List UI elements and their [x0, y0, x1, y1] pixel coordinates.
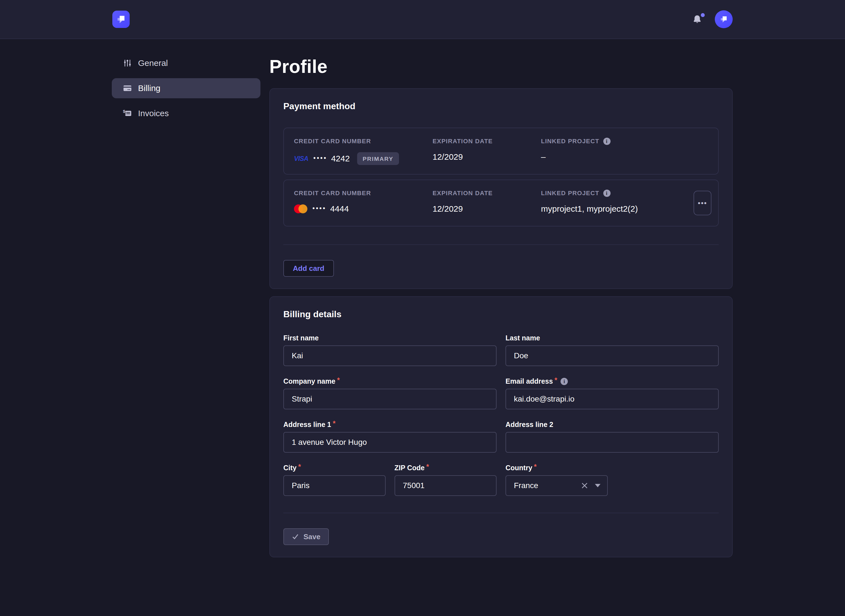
email-address-input[interactable] [506, 389, 719, 409]
required-asterisk: * [298, 463, 301, 471]
credit-card-number-label: CREDIT CARD NUMBER [294, 138, 432, 145]
bell-icon [692, 14, 702, 24]
save-button[interactable]: Save [283, 528, 329, 545]
payment-method-title: Payment method [283, 101, 719, 111]
notifications-button[interactable] [692, 14, 702, 24]
address-line1-input[interactable] [283, 432, 497, 453]
app-root: General Billing $ [0, 0, 845, 616]
linked-project-value: myproject1, myproject2(2) [541, 204, 711, 214]
info-icon[interactable] [603, 189, 611, 197]
sidebar-item-label: Billing [138, 84, 160, 93]
visa-logo: VISA [294, 155, 308, 163]
info-icon[interactable] [603, 138, 611, 145]
notification-dot [701, 13, 705, 17]
linked-project-value: – [541, 152, 711, 162]
strapi-logo[interactable] [112, 10, 130, 28]
settings-sidebar: General Billing $ [112, 39, 260, 557]
invoice-icon: $ [123, 109, 132, 118]
card-last4: 4444 [330, 204, 349, 214]
add-card-button[interactable]: Add card [283, 260, 334, 277]
sliders-icon [123, 59, 132, 67]
primary-badge: PRIMARY [357, 152, 399, 165]
zip-code-label: ZIP Code* [395, 464, 497, 472]
city-input[interactable] [283, 475, 386, 496]
credit-card-number-label: CREDIT CARD NUMBER [294, 189, 432, 197]
check-icon [292, 533, 299, 540]
sidebar-item-label: Invoices [138, 109, 169, 118]
city-label: City* [283, 464, 386, 472]
masked-digits: •••• [312, 204, 326, 212]
required-asterisk: * [333, 419, 336, 428]
ellipsis-icon: ••• [698, 199, 707, 207]
avatar[interactable] [715, 10, 733, 28]
payment-card-row-mastercard: CREDIT CARD NUMBER •••• 4444 EXPIRATION … [283, 180, 719, 226]
first-name-label: First name [283, 334, 497, 342]
spacer [617, 464, 719, 496]
main-content: Profile Payment method CREDIT CARD NUMBE… [269, 39, 733, 557]
required-asterisk: * [337, 376, 340, 384]
topbar [0, 0, 845, 39]
expiration-date-value: 12/2029 [432, 152, 541, 162]
first-name-input[interactable] [283, 345, 497, 366]
strapi-logo-glyph [115, 14, 126, 25]
company-name-label: Company name* [283, 377, 497, 385]
expiration-date-label: EXPIRATION DATE [432, 189, 541, 197]
sidebar-item-label: General [138, 59, 168, 68]
billing-divider [283, 513, 719, 513]
required-asterisk: * [534, 463, 537, 471]
sidebar-item-invoices[interactable]: $ Invoices [112, 103, 260, 123]
masked-digits: •••• [313, 154, 327, 162]
country-label: Country* [506, 464, 608, 472]
sidebar-item-billing[interactable]: Billing [112, 78, 260, 98]
credit-card-icon [123, 84, 132, 93]
chevron-down-icon[interactable] [595, 484, 601, 487]
linked-project-label: LINKED PROJECT [541, 138, 711, 145]
last-name-input[interactable] [506, 345, 719, 366]
page-title: Profile [269, 56, 733, 77]
card-actions-menu-button[interactable]: ••• [694, 191, 711, 215]
strapi-avatar-glyph [719, 15, 729, 24]
clear-icon[interactable] [582, 483, 588, 489]
billing-details-title: Billing details [283, 309, 719, 320]
payment-card-row-visa: CREDIT CARD NUMBER VISA •••• 4242 PRIMAR… [283, 128, 719, 175]
linked-project-label: LINKED PROJECT [541, 189, 711, 197]
payment-divider [283, 244, 719, 245]
last-name-label: Last name [506, 334, 719, 342]
svg-text:$: $ [123, 109, 125, 114]
info-icon[interactable] [561, 378, 568, 385]
mastercard-logo [294, 204, 307, 213]
payment-method-panel: Payment method CREDIT CARD NUMBER VISA •… [269, 88, 733, 289]
topbar-right [692, 10, 733, 28]
required-asterisk: * [555, 376, 557, 384]
company-name-input[interactable] [283, 389, 497, 409]
billing-details-panel: Billing details First name Last name [269, 296, 733, 557]
sidebar-item-general[interactable]: General [112, 53, 260, 73]
zip-code-input[interactable] [395, 475, 497, 496]
card-last4: 4242 [331, 154, 350, 163]
address-line1-label: Address line 1* [283, 421, 497, 429]
expiration-date-label: EXPIRATION DATE [432, 138, 541, 145]
email-address-label: Email address* [506, 377, 719, 385]
save-button-label: Save [303, 532, 320, 541]
expiration-date-value: 12/2029 [432, 204, 541, 214]
address-line2-label: Address line 2 [506, 421, 719, 429]
country-value: France [514, 481, 574, 490]
country-select[interactable]: France [506, 475, 608, 496]
address-line2-input[interactable] [506, 432, 719, 453]
required-asterisk: * [426, 463, 429, 471]
